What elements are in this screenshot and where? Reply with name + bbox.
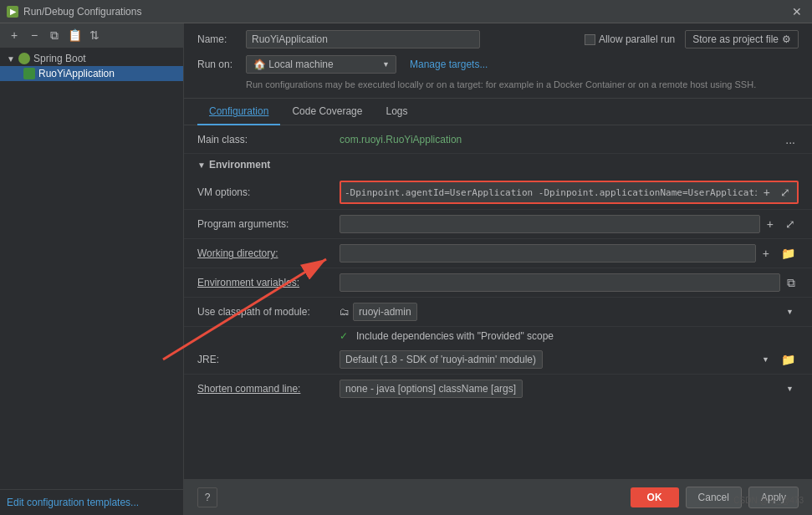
sidebar: + − ⧉ 📋 ⇅ ▼ Spring Boot RuoYiApplication…: [0, 23, 184, 515]
vm-options-row: VM options: + ⤢: [184, 176, 812, 210]
edit-templates-link[interactable]: Edit configuration templates...: [7, 497, 139, 508]
sidebar-toolbar: + − ⧉ 📋 ⇅: [0, 23, 183, 48]
classpath-select[interactable]: ruoyi-admin: [353, 303, 417, 321]
env-vars-actions: ⧉: [784, 274, 799, 292]
vm-options-label: VM options:: [197, 186, 340, 198]
tab-configuration[interactable]: Configuration: [197, 99, 280, 125]
config-tree: ▼ Spring Boot RuoYiApplication: [0, 48, 183, 489]
dialog-title: Run/Debug Configurations: [23, 6, 141, 18]
jre-select-wrapper: Default (1.8 - SDK of 'ruoyi-admin' modu…: [340, 350, 774, 369]
store-as-project-button[interactable]: Store as project file ⚙: [685, 30, 799, 48]
env-vars-label: Environment variables:: [197, 277, 340, 288]
program-args-label: Program arguments:: [197, 218, 340, 230]
allow-parallel-row: Allow parallel run: [585, 33, 675, 45]
config-header: Name: Allow parallel run Store as projec…: [184, 23, 812, 99]
expand-icon: ▼: [7, 54, 15, 64]
program-args-actions: + ⤢: [763, 216, 799, 232]
working-dir-actions: + 📁: [759, 245, 799, 262]
program-args-row: Program arguments: + ⤢: [184, 210, 812, 239]
jre-select[interactable]: Default (1.8 - SDK of 'ruoyi-admin' modu…: [340, 350, 543, 369]
run-on-label: Run on:: [197, 59, 239, 70]
vm-expand-button[interactable]: ⤢: [777, 184, 794, 201]
spring-boot-label: Spring Boot: [33, 53, 86, 64]
manage-targets-link[interactable]: Manage targets...: [410, 59, 488, 70]
allow-parallel-checkbox[interactable]: [585, 34, 595, 45]
working-dir-input[interactable]: [340, 244, 756, 263]
sort-config-button[interactable]: ⇅: [85, 27, 104, 43]
working-dir-add-button[interactable]: +: [759, 245, 773, 262]
bottom-bar: ? OK Cancel Apply: [184, 479, 812, 515]
shorten-cmd-row: Shorten command line: none - java [optio…: [184, 375, 812, 403]
program-args-input[interactable]: [340, 215, 760, 233]
add-config-button[interactable]: +: [5, 27, 23, 43]
close-button[interactable]: ✕: [789, 3, 805, 20]
program-args-expand-button[interactable]: ⤢: [782, 216, 799, 232]
run-on-select[interactable]: 🏠 Local machine: [246, 55, 396, 74]
shorten-cmd-label: Shorten command line:: [197, 383, 340, 395]
include-deps-checkmark: ✓: [340, 330, 348, 342]
classpath-label: Use classpath of module:: [197, 306, 340, 318]
name-input[interactable]: [246, 30, 480, 48]
tree-group-spring-boot[interactable]: ▼ Spring Boot: [0, 51, 183, 66]
save-config-button[interactable]: 📋: [65, 27, 84, 43]
main-class-row: Main class: com.ruoyi.RuoYiApplication .…: [184, 125, 812, 154]
title-bar: ▶ Run/Debug Configurations ✕: [0, 0, 812, 23]
ok-button[interactable]: OK: [631, 487, 679, 507]
jre-label: JRE:: [197, 354, 340, 365]
tabs-bar: Configuration Code Coverage Logs: [184, 99, 812, 125]
tab-code-coverage[interactable]: Code Coverage: [280, 99, 374, 125]
title-bar-left: ▶ Run/Debug Configurations: [7, 6, 141, 18]
env-vars-input[interactable]: [340, 273, 780, 292]
include-deps-label: Include dependencies with "Provided" sco…: [356, 330, 554, 342]
config-form: Main class: com.ruoyi.RuoYiApplication .…: [184, 125, 812, 479]
sidebar-footer: Edit configuration templates...: [0, 489, 183, 515]
vm-options-input[interactable]: [345, 187, 757, 198]
help-button[interactable]: ?: [197, 487, 217, 507]
config-description: Run configurations may be executed local…: [197, 79, 799, 91]
tab-logs[interactable]: Logs: [374, 99, 419, 125]
working-dir-label: Working directory:: [197, 247, 340, 259]
working-dir-folder-button[interactable]: 📁: [778, 245, 799, 262]
app-icon: [23, 68, 35, 79]
tree-item-ruoyi[interactable]: RuoYiApplication: [0, 66, 183, 81]
run-on-row: Run on: 🏠 Local machine Manage targets..…: [197, 55, 799, 74]
shorten-cmd-select-wrapper: none - java [options] className [args]: [340, 380, 799, 398]
right-options: Allow parallel run Store as project file…: [585, 30, 799, 48]
environment-toggle-icon: ▼: [197, 161, 206, 170]
run-debug-icon: ▶: [7, 6, 18, 18]
include-deps-row: ✓ Include dependencies with "Provided" s…: [184, 327, 812, 345]
config-content: Name: Allow parallel run Store as projec…: [184, 23, 812, 515]
allow-parallel-label: Allow parallel run: [599, 33, 675, 45]
working-dir-row: Working directory: + 📁: [184, 239, 812, 268]
classpath-row: Use classpath of module: 🗂 ruoyi-admin: [184, 298, 812, 327]
vm-options-input-container: + ⤢: [340, 181, 799, 204]
shorten-cmd-select[interactable]: none - java [options] className [args]: [340, 380, 523, 398]
copy-config-button[interactable]: ⧉: [45, 27, 64, 43]
jre-folder-button[interactable]: 📁: [778, 351, 799, 368]
main-class-browse-button[interactable]: ...: [782, 131, 799, 148]
env-vars-row: Environment variables: ⧉: [184, 268, 812, 298]
name-row: Name: Allow parallel run Store as projec…: [197, 30, 799, 48]
environment-section-title: Environment: [209, 159, 270, 171]
program-args-add-button[interactable]: +: [763, 216, 777, 232]
jre-actions: 📁: [778, 351, 799, 368]
store-label: Store as project file: [692, 33, 779, 45]
classpath-module-icon: 🗂: [340, 306, 350, 318]
run-on-select-wrapper: 🏠 Local machine: [246, 55, 396, 74]
main-class-label: Main class:: [197, 134, 340, 145]
vm-add-button[interactable]: +: [760, 184, 774, 201]
watermark: CSDN @乐_@473: [733, 495, 804, 507]
classpath-select-wrapper: ruoyi-admin: [353, 303, 799, 321]
environment-section-header[interactable]: ▼ Environment: [184, 154, 812, 176]
spring-boot-icon: [18, 53, 30, 64]
env-vars-copy-button[interactable]: ⧉: [784, 274, 799, 292]
store-gear-icon: ⚙: [782, 33, 791, 45]
remove-config-button[interactable]: −: [25, 27, 43, 43]
ruoyi-app-label: RuoYiApplication: [38, 68, 115, 79]
main-class-value: com.ruoyi.RuoYiApplication: [340, 134, 782, 145]
main-layout: + − ⧉ 📋 ⇅ ▼ Spring Boot RuoYiApplication…: [0, 23, 812, 515]
jre-row: JRE: Default (1.8 - SDK of 'ruoyi-admin'…: [184, 345, 812, 375]
name-label: Name:: [197, 33, 239, 45]
